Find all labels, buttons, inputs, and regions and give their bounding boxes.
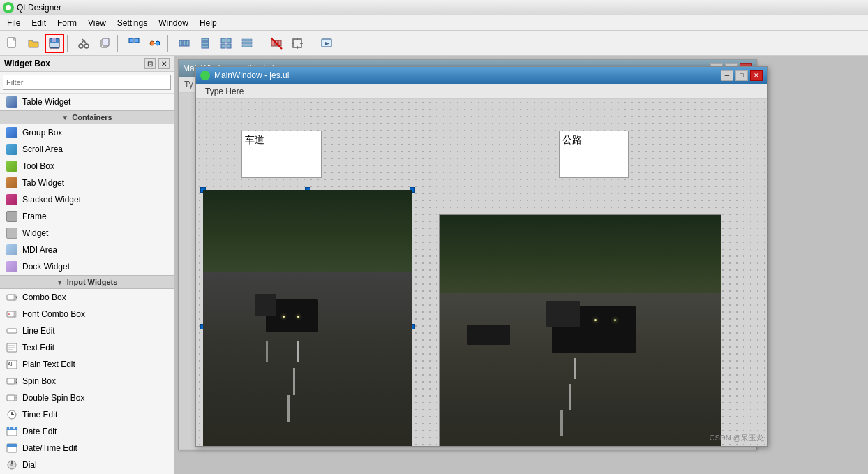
widget-item-label: Widget — [22, 228, 48, 238]
menu-view[interactable]: View — [82, 17, 112, 29]
svg-point-72 — [10, 464, 13, 466]
type-here-menu[interactable]: Type Here — [199, 84, 250, 98]
svg-rect-45 — [14, 311, 16, 317]
right-road-image[interactable] — [439, 214, 721, 446]
widget-item-label: Date/Time Edit — [22, 443, 77, 453]
menu-window[interactable]: Window — [153, 17, 194, 29]
open-button[interactable] — [24, 34, 43, 53]
left-image-container — [203, 190, 412, 446]
svg-text:AI: AI — [8, 362, 13, 366]
svg-rect-21 — [202, 45, 209, 48]
toolbar-sep3 — [167, 35, 172, 52]
watermark: CSDN @呆玉龙 — [710, 433, 764, 443]
adjust-size-btn[interactable] — [287, 34, 307, 53]
widget-item-label: Tool Box — [22, 161, 54, 171]
svg-text:▼: ▼ — [15, 380, 18, 384]
copy-button[interactable] — [95, 34, 114, 53]
list-item[interactable]: Stacked Widget — [0, 191, 174, 208]
frame-icon — [6, 210, 18, 223]
svg-rect-18 — [186, 40, 189, 46]
signal-slot-btn[interactable] — [145, 34, 165, 53]
list-item[interactable]: Frame — [0, 208, 174, 225]
list-item[interactable]: MDI Area — [0, 242, 174, 258]
list-item[interactable]: ▼ Combo Box — [0, 289, 174, 306]
menu-form[interactable]: Form — [52, 17, 82, 29]
dial-icon — [6, 459, 18, 471]
menubar: File Edit Form View Settings Window Help — [0, 15, 868, 31]
layout-h-btn[interactable] — [174, 34, 194, 53]
widget-box-restore-btn[interactable]: ⊡ — [144, 58, 156, 69]
app-title: Qt Designer — [17, 3, 61, 13]
label-chedao-text: 车道 — [245, 134, 264, 147]
widget-item-label: Dial — [22, 460, 37, 470]
svg-rect-61 — [15, 398, 17, 401]
menu-settings[interactable]: Settings — [112, 17, 153, 29]
inner-window-titlebar: MainWindow - jes.ui ─ □ ✕ — [196, 67, 767, 84]
cut-button[interactable] — [74, 34, 93, 53]
list-item[interactable]: A Font Combo Box — [0, 306, 174, 323]
label-gonglu[interactable]: 公路 — [559, 131, 629, 178]
list-item[interactable]: Tool Box — [0, 158, 174, 175]
svg-rect-17 — [183, 40, 186, 46]
app-titlebar: Qt Designer — [0, 0, 868, 15]
inner-minimize-btn[interactable]: ─ — [721, 70, 733, 81]
chevron-down-icon: ▼ — [61, 114, 68, 121]
menu-help[interactable]: Help — [194, 17, 223, 29]
menu-edit[interactable]: Edit — [26, 17, 52, 29]
list-item[interactable]: Group Box — [0, 124, 174, 141]
category-input-widgets[interactable]: ▼ Input Widgets — [0, 275, 174, 289]
list-item[interactable]: Dial — [0, 457, 174, 473]
inner-window-icon — [200, 71, 210, 80]
svg-point-4 — [79, 44, 83, 48]
list-item[interactable]: Double Spin Box — [0, 390, 174, 406]
content-area: MainWindow - untitled.ui ─ □ ✕ Ty MainWi… — [174, 56, 868, 474]
widget-box-title: Widget Box — [4, 59, 50, 68]
list-item[interactable]: Table Widget — [0, 94, 174, 110]
list-item[interactable]: Time Edit — [0, 406, 174, 423]
svg-rect-25 — [227, 44, 231, 48]
svg-rect-24 — [221, 44, 225, 48]
widget-item-label: Time Edit — [22, 410, 57, 420]
stacked-widget-icon — [6, 193, 18, 206]
new-button[interactable] — [3, 34, 22, 53]
widget-item-label: Double Spin Box — [22, 393, 84, 403]
inner-window-title: MainWindow - jes.ui — [214, 71, 289, 80]
break-layout-btn[interactable] — [267, 34, 286, 53]
svg-text:▼: ▼ — [15, 295, 17, 299]
preview-btn[interactable] — [317, 34, 336, 53]
filter-input[interactable] — [3, 75, 171, 90]
list-item[interactable]: Scroll Area — [0, 141, 174, 158]
widget-item-label: Font Combo Box — [22, 309, 85, 319]
layout-form-btn[interactable] — [237, 34, 257, 53]
form-design-area: 车道 公路 — [196, 99, 767, 446]
widget-box-close-btn[interactable]: ✕ — [158, 58, 170, 69]
list-item[interactable]: Dock Widget — [0, 258, 174, 275]
dock-widget-icon — [6, 260, 18, 273]
svg-rect-20 — [202, 42, 209, 45]
list-item[interactable]: Date Edit — [0, 423, 174, 440]
inner-window[interactable]: MainWindow - jes.ui ─ □ ✕ Type Here 车道 — [195, 66, 768, 447]
layout-grid-btn[interactable] — [216, 34, 236, 53]
category-containers[interactable]: ▼ Containers — [0, 110, 174, 124]
list-item[interactable]: Date/Time Edit — [0, 440, 174, 457]
svg-rect-11 — [129, 38, 133, 43]
list-item[interactable]: Line Edit — [0, 323, 174, 339]
svg-text:A: A — [7, 312, 10, 316]
layout-v-btn[interactable] — [195, 34, 215, 53]
save-button[interactable] — [45, 34, 64, 53]
svg-rect-19 — [202, 38, 209, 41]
tab-widget-icon — [6, 177, 18, 189]
inner-maximize-btn[interactable]: □ — [735, 70, 748, 81]
list-item[interactable]: AI Plain Text Edit — [0, 356, 174, 373]
widget-editor-btn[interactable] — [124, 34, 144, 53]
widget-item-label: Dock Widget — [22, 262, 70, 272]
tool-box-icon — [6, 160, 18, 172]
list-item[interactable]: Widget — [0, 225, 174, 242]
inner-close-btn[interactable]: ✕ — [750, 70, 763, 81]
label-chedao[interactable]: 车道 — [241, 131, 322, 178]
time-edit-icon — [6, 408, 18, 421]
list-item[interactable]: Text Edit — [0, 339, 174, 356]
menu-file[interactable]: File — [1, 17, 26, 29]
list-item[interactable]: ▲▼ Spin Box — [0, 373, 174, 390]
list-item[interactable]: Tab Widget — [0, 175, 174, 191]
